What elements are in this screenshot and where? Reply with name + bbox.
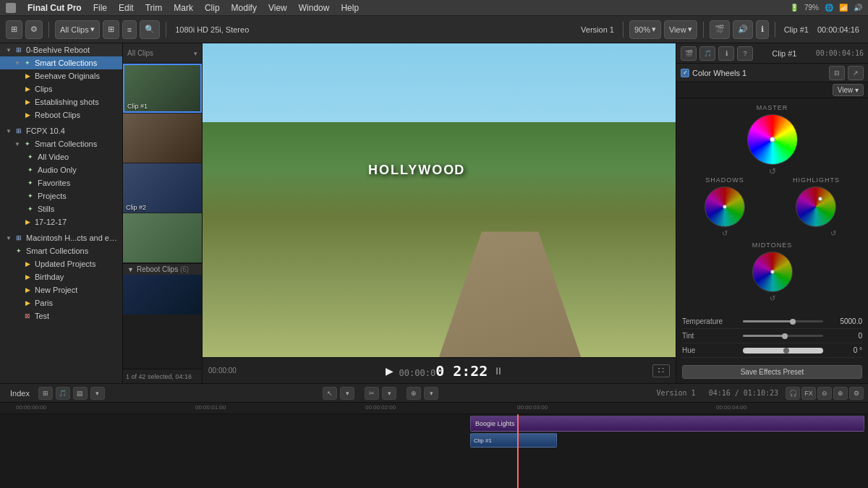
toolbar-settings-btn[interactable]: ⚙: [25, 20, 43, 39]
sidebar-favorites[interactable]: ✦ Favorites: [0, 176, 122, 189]
clip1-timeline[interactable]: Clip #1: [470, 433, 557, 448]
sidebar-new-project[interactable]: ▶ New Project: [0, 283, 122, 296]
shadows-reset-icon[interactable]: ↺: [722, 229, 728, 237]
timeline-fx-btn[interactable]: FX: [801, 387, 816, 400]
midtones-reset-icon[interactable]: ↺: [770, 294, 775, 302]
master-wheel-container: ↺: [682, 114, 862, 165]
sidebar-audio-only[interactable]: ✦ Audio Only: [0, 163, 122, 176]
master-reset-icon[interactable]: ↺: [769, 166, 776, 176]
fullscreen-btn[interactable]: ⛶: [652, 364, 670, 377]
playhead[interactable]: [517, 414, 519, 488]
master-wheel-dot[interactable]: [770, 137, 775, 142]
sidebar-updated-projects[interactable]: ▶ Updated Projects: [0, 257, 122, 270]
clip-thumb-4[interactable]: [123, 213, 202, 262]
temperature-slider[interactable]: [743, 320, 823, 322]
hue-slider[interactable]: [743, 348, 823, 354]
search-btn[interactable]: 🔍: [140, 20, 160, 39]
reboot-section-header[interactable]: ▼ Reboot Clips (6): [123, 263, 202, 275]
clip-thumb-1[interactable]: Clip #1: [123, 64, 202, 113]
highlights-wheel-dot[interactable]: [818, 197, 822, 201]
pause-button[interactable]: ⏸: [493, 365, 503, 377]
sidebar-item-reboot[interactable]: ▶ Reboot Clips: [0, 108, 122, 121]
clip-selector[interactable]: All Clips ▾: [55, 20, 100, 39]
midtones-wheel-dot[interactable]: [770, 270, 775, 274]
timeline-clip-btn[interactable]: ⊞: [38, 387, 53, 400]
sidebar-mac-smart[interactable]: ✦ Smart Collections: [0, 244, 122, 257]
shadows-wheel-dot[interactable]: [723, 205, 727, 209]
hue-thumb[interactable]: [783, 348, 789, 354]
tint-thumb[interactable]: [782, 333, 788, 339]
shadows-color-wheel[interactable]: [705, 187, 745, 227]
edit-dropdown-btn[interactable]: ▾: [382, 387, 396, 400]
menu-view[interactable]: View: [268, 3, 287, 13]
menu-help[interactable]: Help: [341, 3, 359, 13]
tint-slider[interactable]: [743, 335, 823, 337]
sidebar-library-root[interactable]: ▼ ⊞ 0-Beehive Reboot: [0, 43, 122, 56]
inspector-video-btn[interactable]: 🎬: [710, 20, 730, 39]
sidebar-item-establishing[interactable]: ▶ Establishing shots: [0, 95, 122, 108]
timeline-index-label[interactable]: Index: [4, 389, 35, 398]
sidebar-item-smart-collections[interactable]: ▼ ✦ Smart Collections: [0, 56, 122, 69]
menu-modify[interactable]: Modify: [231, 3, 257, 13]
zoom-btn[interactable]: 90% ▾: [629, 20, 661, 39]
timeline-audio-btn[interactable]: 🎵: [56, 387, 70, 400]
transform-dropdown-btn[interactable]: ▾: [424, 387, 438, 400]
highlights-color-wheel[interactable]: [796, 187, 836, 227]
temperature-thumb[interactable]: [790, 319, 796, 325]
timeline-audio-icon[interactable]: 🎧: [786, 387, 800, 400]
inspector-fx-tab[interactable]: ?: [737, 46, 753, 61]
sidebar-item-clips[interactable]: ▶ Clips: [0, 82, 122, 95]
sidebar-all-video[interactable]: ✦ All Video: [0, 150, 122, 163]
boogie-lights-clip[interactable]: Boogie Lights: [470, 416, 864, 432]
reboot-clip-thumb[interactable]: [123, 275, 202, 314]
clip-list-btn[interactable]: ≡: [122, 20, 137, 39]
menu-clip[interactable]: Clip: [205, 3, 220, 13]
clip-thumb-3[interactable]: Clip #2: [123, 163, 202, 213]
color-wheels-checkbox[interactable]: ✓: [681, 69, 689, 77]
color-wheels-expand[interactable]: ↗: [848, 66, 864, 80]
clip-sort-icon[interactable]: ▾: [194, 50, 197, 57]
inspector-audio-tab[interactable]: 🎵: [699, 46, 715, 61]
timeline-zoom-in[interactable]: ⊕: [833, 387, 848, 400]
midtones-wheel-wrapper: ↺: [752, 252, 793, 292]
sidebar-item-beehave[interactable]: ▶ Beehave Originals: [0, 69, 122, 82]
select-dropdown-btn[interactable]: ▾: [340, 387, 354, 400]
clip-thumb-2[interactable]: [123, 114, 202, 163]
sidebar-fcpx-smart[interactable]: ▼ ✦ Smart Collections: [0, 137, 122, 150]
clip-view-btn[interactable]: ⊞: [103, 20, 119, 39]
select-tool-btn[interactable]: ↖: [323, 387, 337, 400]
timeline-subtitle-btn[interactable]: ▤: [73, 387, 88, 400]
menu-mark[interactable]: Mark: [174, 3, 193, 13]
inspector-info-btn[interactable]: ℹ: [756, 20, 769, 39]
sidebar-test[interactable]: ⊠ Test: [0, 309, 122, 322]
color-wheels-settings[interactable]: ⊟: [829, 66, 845, 80]
menu-window[interactable]: Window: [299, 3, 330, 13]
timeline-roles-btn[interactable]: ▾: [90, 387, 105, 400]
stills-label: Stills: [38, 205, 54, 213]
sidebar-projects[interactable]: ✦ Projects: [0, 189, 122, 202]
sidebar-date[interactable]: ▶ 17-12-17: [0, 215, 122, 228]
inspector-info-tab[interactable]: ℹ: [718, 46, 734, 61]
midtones-color-wheel[interactable]: [752, 252, 793, 292]
menu-edit[interactable]: Edit: [119, 3, 134, 13]
view-btn[interactable]: View ▾: [664, 20, 697, 39]
toolbar-library-btn[interactable]: ⊞: [6, 20, 22, 39]
inspector-video-tab[interactable]: 🎬: [681, 46, 697, 61]
save-effects-preset-btn[interactable]: Save Effects Preset: [682, 365, 862, 379]
sidebar-paris[interactable]: ▶ Paris: [0, 296, 122, 309]
menu-trim[interactable]: Trim: [145, 3, 163, 13]
highlights-reset-icon[interactable]: ↺: [830, 229, 836, 237]
transform-tool-btn[interactable]: ⊕: [407, 387, 421, 400]
timeline-settings[interactable]: ⚙: [849, 387, 864, 400]
inspector-audio-btn[interactable]: 🔊: [733, 20, 753, 39]
sidebar-stills[interactable]: ✦ Stills: [0, 202, 122, 215]
edit-tool-btn[interactable]: ✂: [365, 387, 379, 400]
menu-file[interactable]: File: [93, 3, 107, 13]
master-color-wheel[interactable]: [747, 114, 798, 165]
play-button[interactable]: ▶: [386, 365, 393, 377]
color-view-dropdown[interactable]: View ▾: [833, 84, 864, 96]
sidebar-birthday[interactable]: ▶ Birthday: [0, 270, 122, 283]
sidebar-fcpx-library[interactable]: ▼ ⊞ FCPX 10.4: [0, 124, 122, 137]
sidebar-mac-library[interactable]: ▼ ⊞ Macintosh H...cts and events: [0, 231, 122, 244]
timeline-zoom-out[interactable]: ⊖: [817, 387, 832, 400]
